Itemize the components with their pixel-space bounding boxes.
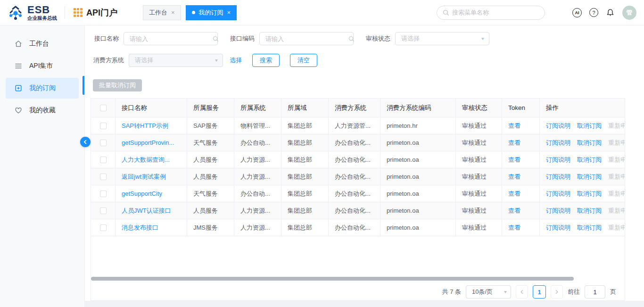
audit-status-select[interactable]: 请选择 ▾ bbox=[395, 32, 489, 45]
subscription-info-link[interactable]: 订阅说明 bbox=[546, 173, 570, 181]
subscription-info-link[interactable]: 订阅说明 bbox=[546, 139, 570, 147]
chevron-down-icon: ▾ bbox=[481, 36, 484, 41]
row-checkbox[interactable] bbox=[100, 191, 107, 197]
subscription-info-link[interactable]: 订阅说明 bbox=[546, 122, 570, 130]
horizontal-scrollbar-thumb[interactable] bbox=[91, 277, 574, 281]
pagination: 共 7 条 10条/页 ▾ 1 前往 页 bbox=[91, 285, 625, 299]
audit-status-cell: 审核通过 bbox=[456, 202, 502, 219]
select-all-checkbox[interactable] bbox=[100, 105, 107, 111]
interface-name-link[interactable]: 消息发布接口 bbox=[122, 224, 158, 232]
reapply-link: 重新申请 bbox=[608, 190, 625, 198]
service-cell: 人员服务 bbox=[187, 151, 234, 168]
row-checkbox[interactable] bbox=[100, 123, 107, 129]
interface-name-link[interactable]: 人员JWT认证接口 bbox=[122, 207, 171, 215]
subscription-info-link[interactable]: 订阅说明 bbox=[546, 156, 570, 164]
logo-subtitle: 企业服务总线 bbox=[27, 16, 57, 21]
token-view-link[interactable]: 查看 bbox=[508, 156, 520, 164]
interface-name-link[interactable]: 人力大数据查询... bbox=[122, 156, 170, 164]
unsubscribe-link[interactable]: 取消订阅 bbox=[577, 190, 602, 198]
subscriptions-table: 接口名称 所属服务 所属系统 所属域 消费方系统 消费方系统编码 审核状态 To… bbox=[91, 99, 625, 236]
tab-close-icon[interactable]: × bbox=[227, 9, 231, 16]
audit-status-cell: 审核通过 bbox=[456, 185, 502, 202]
notification-bell-icon[interactable] bbox=[606, 8, 615, 17]
ai-assistant-icon[interactable]: AI bbox=[572, 8, 582, 17]
interface-code-input[interactable] bbox=[265, 35, 348, 42]
interface-name-link[interactable]: SAP转HTTP示例 bbox=[122, 122, 168, 130]
consumer-cell: 办公自动化... bbox=[329, 219, 380, 236]
help-icon[interactable]: ? bbox=[589, 8, 598, 17]
service-cell: 天气服务 bbox=[187, 134, 234, 151]
token-view-link[interactable]: 查看 bbox=[508, 122, 520, 130]
tab-close-icon[interactable]: × bbox=[171, 9, 175, 16]
page-size-select[interactable]: 10条/页 ▾ bbox=[466, 285, 511, 299]
token-view-link[interactable]: 查看 bbox=[508, 224, 520, 232]
sidebar-collapse-button[interactable] bbox=[80, 137, 91, 147]
audit-status-cell: 审核通过 bbox=[456, 134, 502, 151]
col-domain: 所属域 bbox=[281, 99, 329, 117]
row-checkbox[interactable] bbox=[100, 157, 107, 163]
total-count: 共 7 条 bbox=[442, 288, 461, 296]
consumer-code-cell: primeton.oa bbox=[380, 185, 456, 202]
system-cell: 人力资源... bbox=[234, 219, 281, 236]
row-checkbox[interactable] bbox=[100, 224, 107, 231]
table-row: 返回jwt测试案例 人员服务 人力资源... 集团总部 办公自动化... pri… bbox=[91, 168, 625, 185]
subscription-info-link[interactable]: 订阅说明 bbox=[546, 224, 570, 232]
menu-search-input[interactable] bbox=[452, 9, 539, 16]
token-view-link[interactable]: 查看 bbox=[508, 190, 520, 198]
consumer-system-select[interactable]: 请选择 ▾ bbox=[129, 54, 223, 67]
col-audit-status: 审核状态 bbox=[456, 99, 502, 117]
unsubscribe-link[interactable]: 取消订阅 bbox=[577, 207, 602, 215]
unsubscribe-link[interactable]: 取消订阅 bbox=[577, 224, 602, 232]
table-row: getSupportProvin... 天气服务 办公自动... 集团总部 办公… bbox=[91, 134, 625, 151]
token-view-link[interactable]: 查看 bbox=[508, 139, 520, 147]
user-avatar[interactable]: 管 bbox=[622, 6, 636, 20]
interface-name-link[interactable]: 返回jwt测试案例 bbox=[122, 173, 166, 181]
unsubscribe-link[interactable]: 取消订阅 bbox=[577, 122, 602, 130]
tab-workbench[interactable]: 工作台 × bbox=[143, 5, 181, 20]
prev-page-button[interactable] bbox=[516, 285, 528, 299]
sidebar-item-workbench[interactable]: 工作台 bbox=[6, 33, 79, 54]
consumer-cell: 办公自动化... bbox=[329, 168, 380, 185]
token-view-link[interactable]: 查看 bbox=[508, 173, 520, 181]
horizontal-scrollbar[interactable] bbox=[91, 277, 625, 281]
reapply-link: 重新申请 bbox=[608, 156, 625, 164]
row-checkbox[interactable] bbox=[100, 140, 107, 146]
col-consumer-system: 消费方系统 bbox=[329, 99, 380, 117]
sidebar-item-my-favorites[interactable]: 我的收藏 bbox=[6, 100, 79, 121]
active-tab-dot bbox=[192, 11, 195, 14]
goto-page-input[interactable] bbox=[585, 285, 605, 299]
page-unit-label: 页 bbox=[610, 288, 616, 296]
search-button[interactable]: 搜索 bbox=[252, 54, 280, 67]
token-view-link[interactable]: 查看 bbox=[508, 207, 520, 215]
unsubscribe-link[interactable]: 取消订阅 bbox=[577, 156, 602, 164]
portal-title-area: API门户 bbox=[74, 7, 117, 18]
choose-link[interactable]: 选择 bbox=[230, 56, 242, 65]
unsubscribe-link[interactable]: 取消订阅 bbox=[577, 173, 602, 181]
interface-name-link[interactable]: getSupportCity bbox=[122, 190, 162, 197]
domain-cell: 集团总部 bbox=[281, 202, 329, 219]
audit-status-label: 审核状态 bbox=[366, 34, 390, 43]
sidebar-item-api-market[interactable]: API集市 bbox=[6, 56, 79, 76]
search-icon bbox=[348, 36, 355, 42]
clear-button[interactable]: 清空 bbox=[290, 54, 317, 67]
row-checkbox[interactable] bbox=[100, 174, 107, 180]
subscription-info-link[interactable]: 订阅说明 bbox=[546, 207, 570, 215]
service-cell: 人员服务 bbox=[187, 168, 234, 185]
table-header-row: 接口名称 所属服务 所属系统 所属域 消费方系统 消费方系统编码 审核状态 To… bbox=[91, 99, 625, 117]
tab-my-subscriptions[interactable]: 我的订阅 × bbox=[186, 5, 237, 20]
subscription-info-link[interactable]: 订阅说明 bbox=[546, 190, 570, 198]
subscriptions-table-card: 接口名称 所属服务 所属系统 所属域 消费方系统 消费方系统编码 审核状态 To… bbox=[91, 98, 625, 301]
app-header: ESB 企业服务总线 API门户 工作台 × 我的订阅 × AI ? bbox=[0, 0, 644, 25]
col-system: 所属系统 bbox=[234, 99, 281, 117]
unsubscribe-link[interactable]: 取消订阅 bbox=[577, 139, 602, 147]
consumer-code-cell: primeton.oa bbox=[380, 134, 456, 151]
batch-unsubscribe-button[interactable]: 批量取消订阅 bbox=[93, 79, 142, 91]
menu-search-box[interactable] bbox=[437, 6, 545, 20]
interface-name-input[interactable] bbox=[130, 35, 213, 42]
sidebar-item-my-subscriptions[interactable]: 我的订阅 bbox=[6, 78, 79, 99]
next-page-button[interactable] bbox=[551, 285, 563, 299]
row-checkbox[interactable] bbox=[100, 207, 107, 214]
page-number-1[interactable]: 1 bbox=[533, 285, 546, 299]
reapply-link: 重新申请 bbox=[608, 224, 625, 232]
interface-name-link[interactable]: getSupportProvin... bbox=[122, 139, 174, 146]
